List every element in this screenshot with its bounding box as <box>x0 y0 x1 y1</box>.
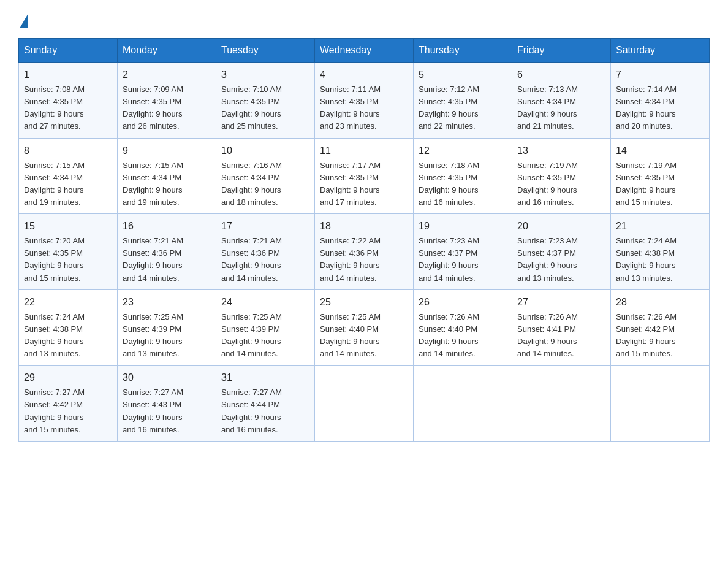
calendar-cell: 28 Sunrise: 7:26 AMSunset: 4:42 PMDaylig… <box>611 289 710 366</box>
column-header-tuesday: Tuesday <box>216 39 315 63</box>
day-info: Sunrise: 7:27 AMSunset: 4:43 PMDaylight:… <box>123 386 211 436</box>
day-info: Sunrise: 7:21 AMSunset: 4:36 PMDaylight:… <box>221 235 309 285</box>
day-info: Sunrise: 7:24 AMSunset: 4:38 PMDaylight:… <box>616 235 704 285</box>
day-info: Sunrise: 7:17 AMSunset: 4:35 PMDaylight:… <box>320 159 408 209</box>
day-number: 7 <box>616 67 704 82</box>
day-info: Sunrise: 7:25 AMSunset: 4:39 PMDaylight:… <box>221 311 309 361</box>
calendar-cell: 14 Sunrise: 7:19 AMSunset: 4:35 PMDaylig… <box>611 138 710 214</box>
day-number: 23 <box>123 295 211 310</box>
calendar-cell: 29 Sunrise: 7:27 AMSunset: 4:42 PMDaylig… <box>19 366 118 442</box>
day-info: Sunrise: 7:16 AMSunset: 4:34 PMDaylight:… <box>221 159 309 209</box>
day-info: Sunrise: 7:20 AMSunset: 4:35 PMDaylight:… <box>24 235 112 285</box>
calendar-cell: 8 Sunrise: 7:15 AMSunset: 4:34 PMDayligh… <box>19 138 118 214</box>
calendar-cell: 25 Sunrise: 7:25 AMSunset: 4:40 PMDaylig… <box>315 289 414 366</box>
day-number: 9 <box>123 144 211 158</box>
calendar-cell <box>315 366 414 442</box>
day-number: 19 <box>419 219 507 234</box>
day-info: Sunrise: 7:19 AMSunset: 4:35 PMDaylight:… <box>616 159 704 209</box>
day-number: 10 <box>221 144 309 158</box>
calendar-cell: 20 Sunrise: 7:23 AMSunset: 4:37 PMDaylig… <box>512 214 611 290</box>
logo <box>18 12 28 26</box>
column-header-monday: Monday <box>118 39 216 63</box>
day-info: Sunrise: 7:24 AMSunset: 4:38 PMDaylight:… <box>24 311 112 361</box>
day-info: Sunrise: 7:15 AMSunset: 4:34 PMDaylight:… <box>123 159 211 209</box>
calendar-week-row: 29 Sunrise: 7:27 AMSunset: 4:42 PMDaylig… <box>19 366 710 442</box>
day-number: 11 <box>320 144 408 158</box>
calendar-cell: 11 Sunrise: 7:17 AMSunset: 4:35 PMDaylig… <box>315 138 414 214</box>
calendar-cell: 13 Sunrise: 7:19 AMSunset: 4:35 PMDaylig… <box>512 138 611 214</box>
day-number: 24 <box>221 295 309 310</box>
calendar-cell: 9 Sunrise: 7:15 AMSunset: 4:34 PMDayligh… <box>118 138 216 214</box>
calendar-cell <box>414 366 512 442</box>
day-info: Sunrise: 7:26 AMSunset: 4:40 PMDaylight:… <box>419 311 507 361</box>
day-info: Sunrise: 7:08 AMSunset: 4:35 PMDaylight:… <box>24 83 112 133</box>
column-header-sunday: Sunday <box>19 39 118 63</box>
day-number: 27 <box>517 295 605 310</box>
day-number: 5 <box>419 67 507 82</box>
calendar-cell: 19 Sunrise: 7:23 AMSunset: 4:37 PMDaylig… <box>414 214 512 290</box>
column-header-thursday: Thursday <box>414 39 512 63</box>
day-number: 15 <box>24 219 112 234</box>
calendar-cell: 22 Sunrise: 7:24 AMSunset: 4:38 PMDaylig… <box>19 289 118 366</box>
column-header-friday: Friday <box>512 39 611 63</box>
day-number: 8 <box>24 144 112 158</box>
calendar-header-row: SundayMondayTuesdayWednesdayThursdayFrid… <box>19 39 710 63</box>
day-number: 30 <box>123 370 211 385</box>
day-info: Sunrise: 7:11 AMSunset: 4:35 PMDaylight:… <box>320 83 408 133</box>
calendar-cell: 4 Sunrise: 7:11 AMSunset: 4:35 PMDayligh… <box>315 63 414 139</box>
calendar-cell: 15 Sunrise: 7:20 AMSunset: 4:35 PMDaylig… <box>19 214 118 290</box>
calendar-cell: 26 Sunrise: 7:26 AMSunset: 4:40 PMDaylig… <box>414 289 512 366</box>
day-number: 20 <box>517 219 605 234</box>
calendar-table: SundayMondayTuesdayWednesdayThursdayFrid… <box>18 38 710 442</box>
day-info: Sunrise: 7:12 AMSunset: 4:35 PMDaylight:… <box>419 83 507 133</box>
day-info: Sunrise: 7:26 AMSunset: 4:41 PMDaylight:… <box>517 311 605 361</box>
calendar-cell: 17 Sunrise: 7:21 AMSunset: 4:36 PMDaylig… <box>216 214 315 290</box>
day-info: Sunrise: 7:27 AMSunset: 4:44 PMDaylight:… <box>221 386 309 436</box>
day-number: 6 <box>517 67 605 82</box>
day-info: Sunrise: 7:22 AMSunset: 4:36 PMDaylight:… <box>320 235 408 285</box>
day-number: 28 <box>616 295 704 310</box>
calendar-cell: 23 Sunrise: 7:25 AMSunset: 4:39 PMDaylig… <box>118 289 216 366</box>
day-info: Sunrise: 7:27 AMSunset: 4:42 PMDaylight:… <box>24 386 112 436</box>
day-info: Sunrise: 7:10 AMSunset: 4:35 PMDaylight:… <box>221 83 309 133</box>
day-info: Sunrise: 7:15 AMSunset: 4:34 PMDaylight:… <box>24 159 112 209</box>
calendar-cell: 3 Sunrise: 7:10 AMSunset: 4:35 PMDayligh… <box>216 63 315 139</box>
day-info: Sunrise: 7:19 AMSunset: 4:35 PMDaylight:… <box>517 159 605 209</box>
day-info: Sunrise: 7:13 AMSunset: 4:34 PMDaylight:… <box>517 83 605 133</box>
column-header-wednesday: Wednesday <box>315 39 414 63</box>
day-number: 13 <box>517 144 605 158</box>
calendar-week-row: 15 Sunrise: 7:20 AMSunset: 4:35 PMDaylig… <box>19 214 710 290</box>
day-number: 31 <box>221 370 309 385</box>
day-number: 1 <box>24 67 112 82</box>
calendar-week-row: 22 Sunrise: 7:24 AMSunset: 4:38 PMDaylig… <box>19 289 710 366</box>
day-info: Sunrise: 7:23 AMSunset: 4:37 PMDaylight:… <box>419 235 507 285</box>
calendar-cell: 16 Sunrise: 7:21 AMSunset: 4:36 PMDaylig… <box>118 214 216 290</box>
day-number: 4 <box>320 67 408 82</box>
day-info: Sunrise: 7:14 AMSunset: 4:34 PMDaylight:… <box>616 83 704 133</box>
day-number: 18 <box>320 219 408 234</box>
calendar-cell: 5 Sunrise: 7:12 AMSunset: 4:35 PMDayligh… <box>414 63 512 139</box>
column-header-saturday: Saturday <box>611 39 710 63</box>
calendar-cell: 18 Sunrise: 7:22 AMSunset: 4:36 PMDaylig… <box>315 214 414 290</box>
day-number: 16 <box>123 219 211 234</box>
day-info: Sunrise: 7:23 AMSunset: 4:37 PMDaylight:… <box>517 235 605 285</box>
day-number: 25 <box>320 295 408 310</box>
day-info: Sunrise: 7:26 AMSunset: 4:42 PMDaylight:… <box>616 311 704 361</box>
page-header <box>18 12 710 26</box>
calendar-cell: 24 Sunrise: 7:25 AMSunset: 4:39 PMDaylig… <box>216 289 315 366</box>
day-number: 2 <box>123 67 211 82</box>
calendar-cell: 6 Sunrise: 7:13 AMSunset: 4:34 PMDayligh… <box>512 63 611 139</box>
calendar-cell: 12 Sunrise: 7:18 AMSunset: 4:35 PMDaylig… <box>414 138 512 214</box>
day-number: 3 <box>221 67 309 82</box>
day-number: 26 <box>419 295 507 310</box>
calendar-cell <box>512 366 611 442</box>
day-number: 17 <box>221 219 309 234</box>
calendar-cell: 1 Sunrise: 7:08 AMSunset: 4:35 PMDayligh… <box>19 63 118 139</box>
day-number: 14 <box>616 144 704 158</box>
calendar-week-row: 1 Sunrise: 7:08 AMSunset: 4:35 PMDayligh… <box>19 63 710 139</box>
calendar-cell: 30 Sunrise: 7:27 AMSunset: 4:43 PMDaylig… <box>118 366 216 442</box>
calendar-cell: 27 Sunrise: 7:26 AMSunset: 4:41 PMDaylig… <box>512 289 611 366</box>
calendar-cell: 21 Sunrise: 7:24 AMSunset: 4:38 PMDaylig… <box>611 214 710 290</box>
calendar-cell: 2 Sunrise: 7:09 AMSunset: 4:35 PMDayligh… <box>118 63 216 139</box>
day-info: Sunrise: 7:21 AMSunset: 4:36 PMDaylight:… <box>123 235 211 285</box>
